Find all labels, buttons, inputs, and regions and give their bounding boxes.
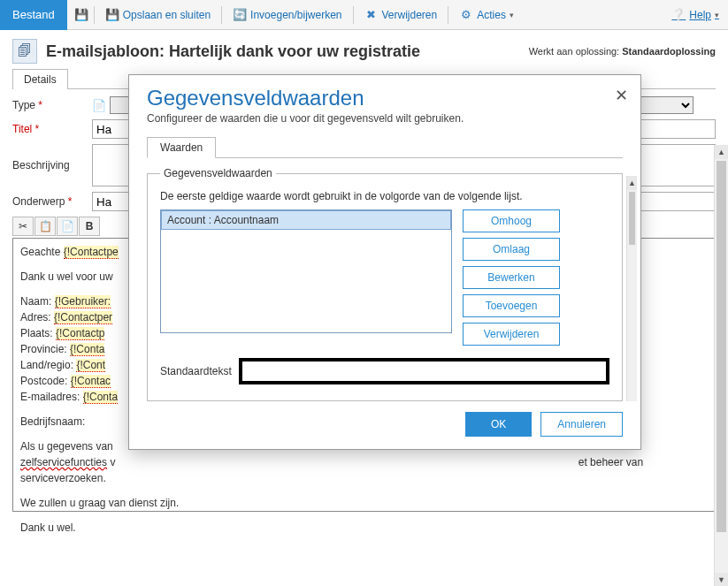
field-values-dialog: Gegevensveldwaarden Configureer de waard… [128, 74, 641, 450]
beschrijving-label: Beschrijving [12, 159, 92, 171]
move-up-button[interactable]: Omhoog [463, 209, 560, 232]
actions-icon: ⚙ [459, 8, 473, 22]
fieldset-description: De eerste geldige waarde wordt gebruikt … [160, 190, 609, 202]
fieldset-values: Gegevensveldwaarden De eerste geldige wa… [147, 167, 623, 401]
insert-icon: 🔄 [233, 8, 247, 22]
cut-button[interactable]: ✂ [12, 217, 34, 236]
merge-field: {!Gebruiker: [55, 295, 111, 308]
type-label: Type [12, 99, 92, 111]
paste-button[interactable]: 📄 [57, 217, 78, 236]
edit-button[interactable]: Bewerken [463, 266, 560, 289]
file-tab[interactable]: Bestand [0, 0, 67, 30]
top-toolbar: Bestand 💾 💾 Opslaan en sluiten 🔄 Invoege… [0, 0, 728, 30]
scroll-up-icon[interactable]: ▲ [715, 145, 728, 159]
onderwerp-label: Onderwerp [12, 195, 92, 208]
fieldset-legend: Gegevensveldwaarden [160, 167, 276, 179]
ok-button[interactable]: OK [465, 412, 532, 437]
dialog-scrollbar[interactable]: ▲ [626, 176, 637, 401]
help-icon: ❔ [671, 8, 686, 22]
page-title: E-mailsjabloon: Hartelijk dank voor uw r… [46, 42, 420, 61]
tab-waarden[interactable]: Waarden [147, 137, 216, 158]
spellcheck-error: zelfservicefuncties [20, 456, 107, 468]
scroll-down-icon[interactable]: ▼ [715, 573, 728, 586]
insert-update-label: Invoegen/bijwerken [250, 9, 341, 21]
default-text-label: Standaardtekst [160, 365, 232, 377]
save-close-icon: 💾 [105, 8, 119, 22]
cancel-button[interactable]: Annuleren [540, 412, 623, 437]
help-dropdown[interactable]: ❔ Help [671, 8, 728, 22]
delete-label: Verwijderen [382, 9, 438, 21]
bold-button[interactable]: B [79, 217, 100, 236]
type-icon: 📄 [92, 98, 106, 112]
help-label: Help [689, 9, 711, 21]
save-close-button[interactable]: 💾 Opslaan en sluiten [100, 5, 216, 25]
template-icon: 🗐 [12, 39, 37, 64]
merge-field: {!Cont [76, 359, 105, 372]
scroll-up-icon[interactable]: ▲ [627, 176, 637, 190]
dialog-title: Gegevensveldwaarden [147, 86, 623, 110]
close-icon[interactable]: ✕ [615, 86, 628, 105]
tab-details[interactable]: Details [12, 69, 68, 89]
merge-field: {!Contactper [54, 311, 112, 324]
merge-field: {!Conta [70, 343, 104, 356]
list-item[interactable]: Account : Accountnaam [161, 210, 451, 230]
merge-field: {!Contac [71, 375, 111, 388]
titel-label: Titel [12, 123, 92, 135]
move-down-button[interactable]: Omlaag [463, 238, 560, 261]
merge-field: {!Conta [83, 391, 118, 404]
add-button[interactable]: Toevoegen [463, 294, 560, 317]
remove-button[interactable]: Verwijderen [463, 323, 560, 346]
save-close-label: Opslaan en sluiten [123, 9, 211, 21]
merge-field: {!Contactpe [64, 246, 119, 259]
default-text-input[interactable] [239, 358, 609, 384]
values-listbox[interactable]: Account : Accountnaam [160, 209, 452, 333]
copy-button[interactable]: 📋 [34, 217, 56, 236]
scroll-thumb[interactable] [629, 192, 635, 245]
delete-button[interactable]: ✖ Verwijderen [359, 5, 443, 25]
actions-dropdown[interactable]: ⚙ Acties [454, 5, 519, 25]
merge-field: {!Contactp [56, 327, 104, 340]
delete-icon: ✖ [364, 8, 379, 22]
actions-label: Acties [477, 9, 506, 21]
insert-update-button[interactable]: 🔄 Invoegen/bijwerken [227, 5, 347, 25]
save-icon[interactable]: 💾 [74, 8, 88, 22]
dialog-subtitle: Configureer de waarden die u voor dit ge… [147, 112, 623, 125]
scroll-thumb[interactable] [717, 161, 726, 532]
solution-label: Werkt aan oplossing: Standaardoplossing [529, 46, 716, 57]
page-scrollbar[interactable]: ▲ ▼ [714, 145, 728, 586]
